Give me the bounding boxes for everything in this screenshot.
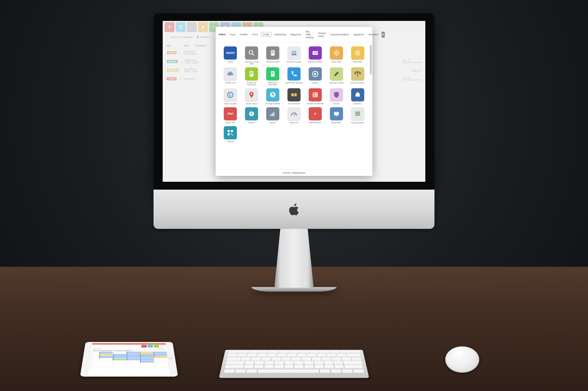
calendar-event[interactable] (126, 354, 140, 356)
key[interactable] (246, 369, 257, 373)
calendar-event[interactable] (154, 354, 167, 356)
app-item-rgpd[interactable]: RGPDRGPD (221, 46, 240, 65)
key[interactable] (331, 369, 342, 373)
filter-tab-rapports[interactable]: Rapports (289, 32, 302, 37)
key[interactable] (247, 354, 257, 357)
key[interactable] (312, 357, 321, 361)
key[interactable] (269, 351, 278, 353)
key[interactable] (353, 369, 364, 373)
key[interactable] (330, 351, 339, 353)
calendar-cell[interactable] (112, 363, 126, 365)
calendar-event[interactable] (113, 356, 126, 358)
app-item-mucommander[interactable]: muCommander (285, 88, 304, 105)
calendar-cell[interactable] (155, 367, 169, 370)
key[interactable] (336, 354, 346, 357)
key[interactable] (271, 357, 281, 361)
key[interactable] (225, 365, 244, 369)
key[interactable] (320, 351, 329, 353)
calendar-cell[interactable] (98, 365, 112, 367)
calendar-cell[interactable] (140, 367, 155, 370)
calendar-event[interactable] (99, 354, 113, 356)
key[interactable] (300, 351, 309, 353)
key[interactable] (261, 357, 271, 361)
app-item-d-p-t-copyright[interactable]: CDépôt copyright (221, 88, 240, 105)
calendar-event[interactable] (140, 358, 154, 361)
ipad-tool-icon[interactable]: ■ (154, 345, 159, 348)
key[interactable] (237, 354, 247, 357)
app-item-simple-links[interactable]: Simple Links (221, 67, 240, 86)
close-button[interactable]: ✕ (382, 32, 385, 38)
key[interactable] (257, 369, 319, 373)
calendar-event[interactable] (140, 361, 154, 363)
calendar-event[interactable] (140, 356, 154, 358)
app-item-actualit-simplecrm[interactable]: Actualité SimpleCRM (305, 88, 325, 105)
key[interactable] (344, 365, 363, 369)
scrollbar[interactable] (370, 45, 372, 167)
calendar-cell[interactable] (155, 363, 169, 365)
key[interactable] (327, 354, 336, 357)
app-item-identification-appelant[interactable]: Identification appelant (285, 67, 304, 86)
key[interactable] (304, 365, 314, 369)
key[interactable] (244, 365, 253, 369)
calendar-cell[interactable] (112, 367, 126, 370)
ipad-tool-icon[interactable]: ☰ (148, 345, 153, 348)
calendar-cell[interactable] (126, 365, 140, 367)
app-item-mode-offline[interactable]: Mode offline (327, 107, 346, 124)
ipad-home-button[interactable] (169, 357, 173, 359)
calendar-cell[interactable] (126, 363, 140, 365)
app-item-solutions-sociales[interactable]: Solutions sociales (305, 46, 325, 65)
key[interactable] (297, 354, 306, 357)
calendar-cell[interactable] (140, 365, 155, 367)
filter-tab-marketing[interactable]: Marketing (273, 32, 287, 37)
app-item-mod-les-de-documents[interactable]: Modèles de documents (242, 67, 261, 86)
key[interactable] (314, 361, 323, 365)
key[interactable] (249, 351, 258, 353)
app-item-logiciels-gratuits[interactable]: Logiciels gratuits (348, 107, 367, 124)
key[interactable] (257, 354, 267, 357)
app-item-manuel-scrm[interactable]: 5Manuel SCRM (305, 107, 325, 124)
key[interactable] (320, 369, 330, 373)
app-item-emprunt[interactable]: €Emprunt (242, 107, 261, 124)
key[interactable] (279, 351, 289, 353)
filter-tab-appstore[interactable]: Appstore (352, 32, 366, 37)
app-item-vitesse-fai[interactable]: Vitesse FAI (285, 107, 304, 124)
key[interactable] (285, 365, 294, 369)
key[interactable] (265, 361, 274, 365)
app-item-admin-erp[interactable]: Admin ERP (348, 46, 367, 65)
key[interactable] (344, 361, 362, 365)
key[interactable] (228, 351, 238, 353)
key[interactable] (289, 351, 299, 353)
calendar-cell[interactable] (98, 363, 113, 365)
calendar-cell[interactable] (155, 365, 169, 367)
filter-tab-big-data-mining[interactable]: Big data mining (304, 29, 315, 40)
app-item-web-2-pdf[interactable]: PDFWeb 2 PDF (221, 107, 240, 124)
app-item-doublons-contacts[interactable]: Doublons contacts (285, 46, 304, 65)
filter-tab-synchronisation[interactable]: Synchronisation (329, 32, 351, 37)
key[interactable] (254, 365, 264, 369)
key[interactable] (238, 351, 248, 353)
calendar-event[interactable] (126, 358, 140, 361)
filter-tab-entités[interactable]: Entités (238, 32, 249, 37)
calendar-cell[interactable] (140, 363, 155, 365)
key[interactable] (334, 361, 343, 365)
key[interactable] (350, 351, 360, 353)
key[interactable] (324, 365, 334, 369)
key[interactable] (322, 357, 331, 361)
calendar-event[interactable] (99, 356, 113, 358)
key[interactable] (226, 361, 244, 365)
app-item-qrcode[interactable]: QRcode (221, 126, 240, 143)
key[interactable] (274, 365, 284, 369)
ipad-tool-icon[interactable]: 5 (141, 345, 147, 348)
key[interactable] (292, 357, 301, 361)
calendar-event[interactable] (154, 356, 168, 358)
key[interactable] (226, 357, 241, 361)
key[interactable] (317, 354, 326, 357)
app-item-signature-en-ligne[interactable]: Signature en ligne (327, 67, 346, 86)
app-item-g-oloc-clients[interactable]: Géoloc clients (242, 88, 261, 105)
key[interactable] (304, 361, 314, 365)
calendar-cell[interactable] (126, 367, 141, 370)
key[interactable] (347, 354, 361, 357)
key[interactable] (307, 354, 316, 357)
calendar-cell[interactable] (99, 358, 113, 361)
filter-tab-tous[interactable]: Tous (228, 32, 237, 37)
